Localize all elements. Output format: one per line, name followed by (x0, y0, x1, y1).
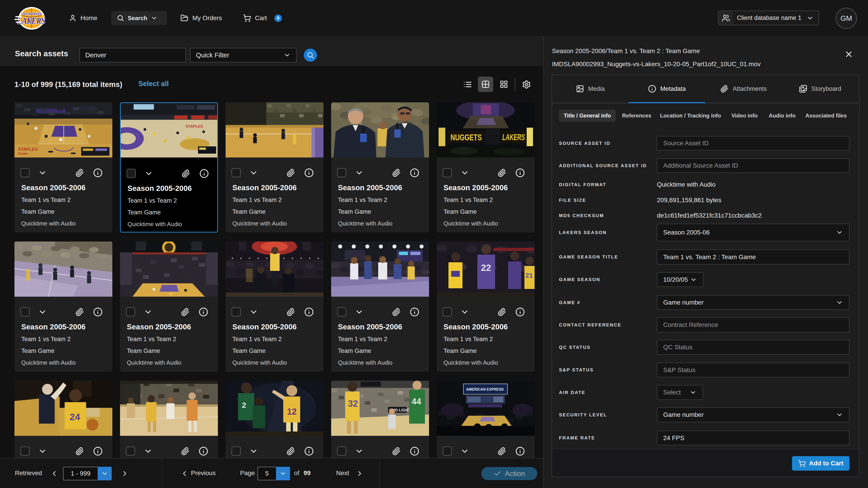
svg-text:22: 22 (481, 263, 491, 273)
svg-text:2: 2 (242, 401, 246, 410)
svg-text:44: 44 (412, 397, 421, 406)
svg-text:32: 32 (348, 398, 358, 409)
svg-text:12: 12 (287, 407, 297, 416)
svg-text:STAPLES: STAPLES (18, 147, 37, 152)
svg-text:LOS ANGELES: LOS ANGELES (22, 12, 41, 15)
svg-text:AMERICAN EXPRESS: AMERICAN EXPRESS (466, 387, 504, 391)
svg-text:NUGGETS: NUGGETS (451, 133, 482, 142)
svg-text:24: 24 (70, 412, 80, 422)
svg-text:LAKERS: LAKERS (502, 133, 525, 142)
svg-text:STAPLES: STAPLES (186, 124, 203, 129)
svg-text:21: 21 (525, 271, 533, 279)
svg-text:Center: Center (18, 152, 28, 156)
